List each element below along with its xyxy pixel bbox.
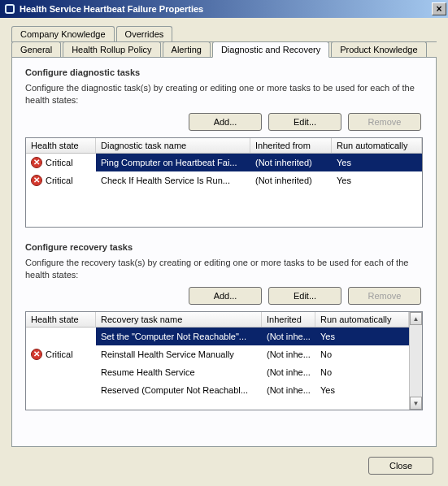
- scroll-down-icon[interactable]: ▼: [410, 397, 422, 410]
- cell-task-name: Set the "Computer Not Reachable"...: [96, 328, 262, 345]
- diag-grid: Health state Diagnostic task name Inheri…: [25, 137, 423, 228]
- cell-health-state: [26, 381, 96, 399]
- cell-run-auto: Yes: [332, 154, 422, 171]
- diag-header-name[interactable]: Diagnostic task name: [96, 138, 250, 153]
- cell-health-state: [26, 328, 96, 345]
- cell-inherited: (Not inherited): [250, 171, 332, 189]
- diag-section-title: Configure diagnostic tasks: [25, 67, 423, 77]
- cell-run-auto: Yes: [315, 381, 409, 399]
- rec-scrollbar[interactable]: ▲ ▼: [409, 312, 422, 410]
- cell-task-name: Check If Health Service Is Run...: [96, 171, 250, 189]
- cell-inherited: (Not inhe...: [262, 363, 315, 381]
- table-row[interactable]: ✕CriticalPing Computer on Heartbeat Fai.…: [26, 154, 422, 171]
- health-state-label: Critical: [46, 158, 73, 167]
- rec-grid-wrapper: Health state Recovery task name Inherite…: [25, 311, 423, 410]
- tab-row-2: General Health Rollup Policy Alerting Di…: [11, 41, 437, 58]
- rec-grid: Health state Recovery task name Inherite…: [26, 312, 409, 410]
- critical-icon: ✕: [31, 349, 42, 360]
- health-state-label: Critical: [46, 349, 73, 359]
- cell-inherited: (Not inhe...: [262, 328, 315, 345]
- cell-task-name: Resume Health Service: [96, 363, 262, 381]
- table-row[interactable]: ✕CriticalCheck If Health Service Is Run.…: [26, 171, 422, 189]
- tab-product-knowledge[interactable]: Product Knowledge: [331, 41, 426, 57]
- tab-alerting[interactable]: Alerting: [163, 41, 211, 57]
- cell-task-name: Ping Computer on Heartbeat Fai...: [96, 154, 250, 171]
- cell-run-auto: Yes: [315, 328, 409, 345]
- tab-overrides[interactable]: Overrides: [116, 26, 173, 41]
- tab-health-rollup-policy[interactable]: Health Rollup Policy: [63, 41, 160, 57]
- rec-add-button[interactable]: Add...: [189, 287, 262, 305]
- cell-run-auto: No: [315, 345, 409, 363]
- cell-task-name: Reinstall Health Service Manually: [96, 345, 262, 363]
- table-row[interactable]: Set the "Computer Not Reachable"...(Not …: [26, 328, 409, 345]
- health-state-label: Critical: [46, 176, 73, 185]
- tab-general[interactable]: General: [11, 41, 61, 57]
- diag-remove-button: Remove: [348, 113, 421, 131]
- diag-section-desc: Configure the diagnostic task(s) by crea…: [25, 82, 423, 106]
- rec-section-title: Configure recovery tasks: [25, 242, 423, 252]
- diag-add-button[interactable]: Add...: [189, 113, 262, 131]
- cell-run-auto: No: [315, 363, 409, 381]
- critical-icon: ✕: [31, 157, 42, 168]
- cell-health-state: ✕Critical: [26, 171, 96, 189]
- diag-header-state[interactable]: Health state: [26, 138, 96, 153]
- diag-header-inherited[interactable]: Inherited from: [250, 138, 332, 153]
- scroll-track[interactable]: [410, 325, 422, 397]
- titlebar: Health Service Heartbeat Failure Propert…: [0, 0, 448, 18]
- table-row[interactable]: Reserved (Computer Not Reachabl...(Not i…: [26, 381, 409, 399]
- close-icon[interactable]: ×: [432, 2, 446, 15]
- scroll-up-icon[interactable]: ▲: [410, 312, 422, 325]
- tab-diagnostic-and-recovery[interactable]: Diagnostic and Recovery: [212, 41, 329, 58]
- rec-remove-button: Remove: [348, 287, 421, 305]
- table-row[interactable]: ✕CriticalReinstall Health Service Manual…: [26, 345, 409, 363]
- tab-row-1: Company Knowledge Overrides: [11, 26, 437, 42]
- close-button[interactable]: Close: [368, 457, 433, 475]
- app-icon: [3, 2, 16, 15]
- cell-health-state: ✕Critical: [26, 154, 96, 171]
- tab-panel: Configure diagnostic tasks Configure the…: [11, 58, 437, 447]
- critical-icon: ✕: [31, 175, 42, 186]
- rec-edit-button[interactable]: Edit...: [268, 287, 341, 305]
- cell-inherited: (Not inhe...: [262, 345, 315, 363]
- cell-run-auto: Yes: [332, 171, 422, 189]
- diag-header-auto[interactable]: Run automatically: [332, 138, 422, 153]
- tab-company-knowledge[interactable]: Company Knowledge: [11, 26, 115, 41]
- rec-header-inherited[interactable]: Inherited: [262, 312, 315, 327]
- rec-section-desc: Configure the recovery task(s) by creati…: [25, 257, 423, 281]
- diag-edit-button[interactable]: Edit...: [268, 113, 341, 131]
- cell-inherited: (Not inhe...: [262, 381, 315, 399]
- rec-header-auto[interactable]: Run automatically: [315, 312, 409, 327]
- cell-inherited: (Not inherited): [250, 154, 332, 171]
- rec-header-name[interactable]: Recovery task name: [96, 312, 262, 327]
- cell-health-state: [26, 363, 96, 381]
- cell-health-state: ✕Critical: [26, 345, 96, 363]
- cell-task-name: Reserved (Computer Not Reachabl...: [96, 381, 262, 399]
- rec-header-state[interactable]: Health state: [26, 312, 96, 327]
- window-title: Health Service Heartbeat Failure Propert…: [20, 4, 432, 14]
- table-row[interactable]: Resume Health Service(Not inhe...No: [26, 363, 409, 381]
